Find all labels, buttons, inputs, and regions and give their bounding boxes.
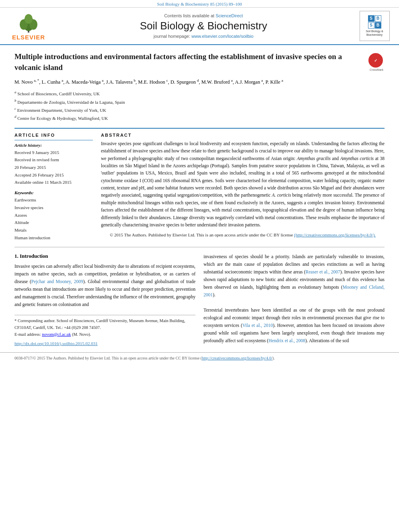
logo-b2: B bbox=[375, 22, 381, 29]
article-title-section: Multiple introductions and environmental… bbox=[14, 51, 385, 73]
logo-s1: S bbox=[368, 15, 374, 22]
affil-d: d Centre for Ecology & Hydrology, Wallin… bbox=[14, 114, 385, 122]
authors-line: M. Novo a, *, L. Cunha a, A. Maceda-Veig… bbox=[14, 78, 385, 86]
article-info-block: Article history: Received 9 January 2015… bbox=[14, 140, 93, 242]
elsevier-logo: ELSEVIER bbox=[6, 12, 51, 41]
intro-left-text: Invasive species can adversely affect lo… bbox=[14, 263, 195, 308]
main-content: Multiple introductions and environmental… bbox=[0, 45, 399, 352]
elsevier-label: ELSEVIER bbox=[12, 34, 45, 41]
article-history-label: Article history: bbox=[14, 143, 93, 148]
cc-license-link[interactable]: (http://creativecommons.org/licenses/by/… bbox=[294, 232, 376, 237]
bottom-cc-link[interactable]: http://creativecommons.org/licenses/by/4… bbox=[202, 356, 272, 360]
journal-reference: Soil Biology & Biochemistry 85 (2015) 89… bbox=[0, 0, 399, 8]
crossmark-icon: ✓ bbox=[368, 53, 383, 68]
journal-header: ELSEVIER Contents lists available at Sci… bbox=[0, 8, 399, 45]
footnote-text: * Corresponding author. School of Biosci… bbox=[14, 318, 195, 338]
sciencedirect-text: ScienceDirect bbox=[216, 13, 243, 18]
abstract-col: ABSTRACT Invasive species pose significa… bbox=[101, 133, 385, 242]
divider-blue bbox=[14, 128, 385, 129]
homepage-label: journal homepage: bbox=[154, 34, 190, 39]
abstract-heading: ABSTRACT bbox=[101, 133, 385, 138]
keywords-list: Earthworms Invasive species Azores Altit… bbox=[14, 196, 93, 241]
bottom-bar-text: 0038-0717/© 2015 The Authors. Published … bbox=[14, 356, 202, 360]
copyright-text: © 2015 The Authors. Published by Elsevie… bbox=[110, 232, 293, 237]
article-info-col: ARTICLE INFO Article history: Received 9… bbox=[14, 133, 93, 242]
logo-s2: S bbox=[368, 22, 374, 29]
affiliations: a School of Biosciences, Cardiff Univers… bbox=[14, 89, 385, 122]
intro-right-text: invasiveness of species should be a prio… bbox=[204, 253, 385, 345]
contents-text: Contents lists available at bbox=[164, 13, 214, 18]
logo-letters-grid: S B S B bbox=[368, 15, 381, 29]
intro-right-col: invasiveness of species should be a prio… bbox=[204, 253, 385, 346]
footnote-section: * Corresponding author. School of Biosci… bbox=[14, 315, 195, 346]
article-info-heading: ARTICLE INFO bbox=[14, 133, 93, 138]
divider-thin-1 bbox=[14, 247, 385, 247]
journal-name: Soil Biology & Biochemistry bbox=[55, 20, 352, 32]
bottom-bar: 0038-0717/© 2015 The Authors. Published … bbox=[0, 352, 399, 364]
affil-c: c Environment Department, University of … bbox=[14, 106, 385, 114]
crossmark-text: CrossMark bbox=[368, 68, 385, 71]
journal-logo-box: S B S B Soil Biology &Biochemistry bbox=[360, 11, 390, 41]
intro-heading: 1. Introduction bbox=[14, 253, 195, 259]
email-label: E-mail address: bbox=[14, 332, 42, 337]
mooney-ref-link[interactable]: Mooney and Cleland, 2001 bbox=[204, 285, 385, 297]
hendrix-ref-link[interactable]: Hendrix et al., 2008 bbox=[268, 338, 305, 343]
reaser-ref-link[interactable]: Reaser et al., 2007 bbox=[306, 269, 340, 274]
journal-logo-right: S B S B Soil Biology &Biochemistry bbox=[356, 11, 393, 41]
bottom-bar-suffix: ). bbox=[272, 356, 275, 360]
homepage-link[interactable]: www.elsevier.com/locate/soilbio bbox=[191, 34, 253, 39]
intro-left-col: 1. Introduction Invasive species can adv… bbox=[14, 253, 195, 346]
article-dates: Received 9 January 2015 Received in revi… bbox=[14, 149, 93, 186]
journal-title-center: Contents lists available at ScienceDirec… bbox=[55, 13, 352, 39]
sciencedirect-link[interactable]: ScienceDirect bbox=[216, 13, 243, 18]
logo-small-text: Soil Biology &Biochemistry bbox=[366, 29, 383, 37]
homepage-url-text: www.elsevier.com/locate/soilbio bbox=[191, 34, 253, 39]
contents-line: Contents lists available at ScienceDirec… bbox=[55, 13, 352, 18]
abstract-text: Invasive species pose significant challe… bbox=[101, 140, 385, 229]
svg-point-4 bbox=[25, 14, 33, 24]
pejchar-ref-link[interactable]: Pejchar and Mooney, 2009 bbox=[31, 279, 83, 284]
journal-ref-text: Soil Biology & Biochemistry 85 (2015) 89… bbox=[157, 2, 242, 6]
logo-b1: B bbox=[375, 15, 381, 22]
article-info-abstract-section: ARTICLE INFO Article history: Received 9… bbox=[14, 133, 385, 242]
keywords-label: Keywords: bbox=[14, 190, 93, 195]
elsevier-tree-icon bbox=[12, 12, 45, 34]
vila-ref-link[interactable]: Vila et al., 2010 bbox=[242, 323, 273, 328]
email-link[interactable]: novom@cf.ac.uk bbox=[42, 332, 71, 337]
copyright-line: © 2015 The Authors. Published by Elsevie… bbox=[101, 232, 385, 239]
cc-license-text: (http://creativecommons.org/licenses/by/… bbox=[294, 232, 376, 237]
homepage-line: journal homepage: www.elsevier.com/locat… bbox=[55, 34, 352, 39]
crossmark-badge[interactable]: ✓ CrossMark bbox=[368, 53, 385, 71]
article-title: Multiple introductions and environmental… bbox=[14, 51, 364, 73]
affil-b: b Departamento de Zoología, Universidad … bbox=[14, 98, 385, 106]
affil-a: a School of Biosciences, Cardiff Univers… bbox=[14, 89, 385, 97]
introduction-section: 1. Introduction Invasive species can adv… bbox=[14, 253, 385, 346]
doi-link[interactable]: http://dx.doi.org/10.1016/j.soilbio.2015… bbox=[14, 341, 195, 346]
